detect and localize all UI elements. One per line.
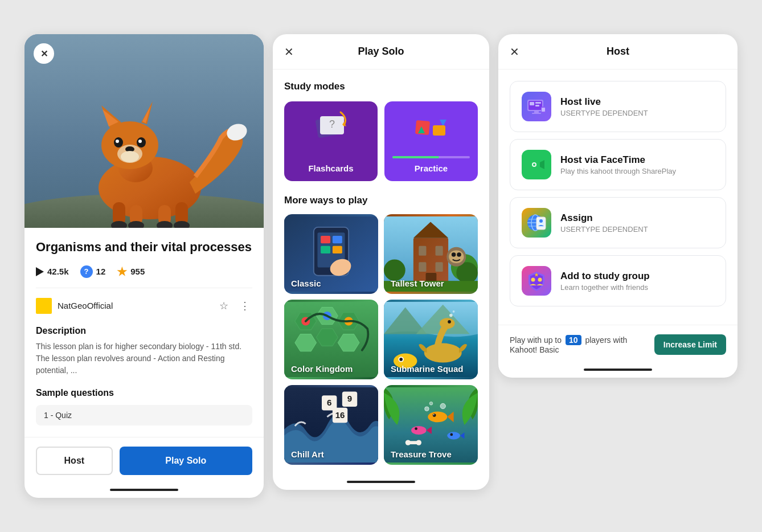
svg-rect-31	[433, 125, 445, 136]
description-section: Description This lesson plan is for high…	[36, 326, 252, 377]
study-group-text: Add to study group Learn together with f…	[560, 271, 650, 292]
svg-text:16: 16	[335, 410, 345, 420]
organism-title: Organisms and their vital processes	[36, 239, 252, 256]
svg-point-97	[425, 407, 429, 411]
svg-rect-49	[419, 262, 426, 272]
assign-icon	[522, 208, 551, 238]
practice-bar-fill	[392, 156, 439, 158]
svg-rect-111	[542, 108, 545, 112]
svg-point-89	[433, 414, 436, 417]
svg-point-22	[138, 140, 142, 143]
stars-stat: ★ 955	[117, 265, 145, 279]
svg-rect-36	[321, 236, 330, 243]
host-facetime-icon	[522, 150, 551, 179]
host-footer-text: Play with up to 10 players with Kahoot! …	[510, 335, 654, 354]
svg-rect-105	[530, 102, 534, 105]
svg-text:6: 6	[327, 398, 331, 407]
classic-label: Classic	[291, 279, 321, 288]
host-header: ✕ Host	[498, 34, 738, 69]
close-button-panel3[interactable]: ✕	[510, 45, 519, 59]
home-indicator	[110, 489, 178, 491]
assign-subtitle: USERTYPE DEPENDENT	[560, 225, 648, 234]
svg-rect-108	[534, 111, 539, 113]
practice-label: Practice	[415, 163, 448, 173]
host-facetime-subtitle: Play this kahoot through SharePlay	[560, 167, 676, 175]
svg-rect-109	[532, 113, 541, 114]
star-icon: ★	[117, 265, 127, 279]
more-options-button[interactable]: ⋮	[237, 297, 252, 314]
increase-limit-button[interactable]: Increase Limit	[654, 334, 726, 355]
svg-point-102	[416, 440, 421, 445]
sample-item: 1 - Quiz	[36, 405, 252, 425]
host-live-title: Host live	[560, 96, 648, 108]
svg-rect-47	[419, 246, 426, 256]
author-name: NatGeoOfficial	[58, 301, 113, 310]
submarine-label: Submarine Squad	[391, 364, 464, 374]
host-button[interactable]: Host	[36, 447, 113, 475]
play-icon	[36, 267, 44, 276]
favorite-button[interactable]: ☆	[217, 297, 231, 314]
games-grid: Classic	[284, 214, 478, 465]
svg-point-23	[121, 151, 139, 162]
screen-container: ✕ Organisms and their vital processes 42…	[24, 34, 738, 498]
natgeo-icon	[36, 298, 52, 314]
panel-organisms: ✕ Organisms and their vital processes 42…	[24, 34, 264, 498]
host-body: Host live USERTYPE DEPENDENT Host via Fa…	[498, 69, 738, 325]
players-badge: 10	[566, 335, 581, 345]
svg-point-73	[448, 320, 451, 324]
svg-rect-37	[333, 236, 342, 243]
study-group-option[interactable]: Add to study group Learn together with f…	[510, 255, 726, 306]
practice-card[interactable]: Practice	[384, 101, 478, 181]
home-indicator-2	[347, 481, 415, 483]
questions-stat: ? 12	[80, 265, 106, 278]
svg-point-93	[415, 427, 417, 430]
treasure-game-card[interactable]: Treasure Trove	[384, 385, 478, 465]
sample-section: Sample questions 1 - Quiz	[36, 388, 252, 425]
author-actions: ☆ ⋮	[217, 297, 252, 314]
study-modes-label: Study modes	[284, 81, 478, 92]
study-group-title: Add to study group	[560, 271, 650, 282]
flashcards-card[interactable]: ? Flashcards	[284, 101, 378, 181]
host-live-subtitle: USERTYPE DEPENDENT	[560, 109, 648, 117]
classic-game-card[interactable]: Classic	[284, 214, 378, 294]
svg-point-57	[457, 252, 461, 257]
svg-point-125	[538, 278, 542, 282]
svg-rect-48	[436, 246, 443, 256]
study-group-icon	[522, 266, 551, 296]
close-button-panel2[interactable]: ✕	[284, 45, 294, 59]
panel-play-solo: ✕ Play Solo Study modes ?	[273, 34, 489, 490]
play-solo-button[interactable]: Play Solo	[120, 447, 252, 475]
treasure-label: Treasure Trove	[391, 449, 452, 459]
svg-point-90	[433, 414, 435, 415]
close-button-panel1[interactable]: ✕	[34, 43, 54, 64]
flashcards-label: Flashcards	[308, 163, 353, 173]
submarine-game-card[interactable]: Submarine Squad	[384, 300, 478, 379]
svg-rect-106	[535, 102, 541, 104]
svg-point-76	[399, 358, 403, 361]
svg-marker-113	[540, 160, 544, 169]
svg-point-98	[429, 402, 433, 406]
svg-point-123	[539, 219, 543, 223]
more-ways-label: More ways to play	[284, 195, 478, 206]
study-group-subtitle: Learn together with friends	[560, 283, 650, 292]
svg-point-94	[447, 432, 460, 439]
host-live-text: Host live USERTYPE DEPENDENT	[560, 96, 648, 117]
svg-point-96	[450, 433, 453, 436]
fox-image: ✕	[24, 34, 264, 228]
svg-rect-50	[436, 262, 443, 272]
chillart-game-card[interactable]: 6 9 16 Chill Art	[284, 385, 378, 465]
kingdom-label: Color Kingdom	[291, 364, 353, 374]
host-live-option[interactable]: Host live USERTYPE DEPENDENT	[510, 81, 726, 132]
tower-game-card[interactable]: Tallest Tower	[384, 214, 478, 294]
host-facetime-option[interactable]: Host via FaceTime Play this kahoot throu…	[510, 139, 726, 190]
assign-title: Assign	[560, 212, 648, 224]
assign-option[interactable]: Assign USERTYPE DEPENDENT	[510, 197, 726, 248]
study-modes-row: ? Flashcards	[284, 101, 478, 181]
author-info: NatGeoOfficial	[36, 298, 113, 314]
practice-bar	[392, 156, 470, 158]
svg-point-72	[440, 318, 454, 329]
kingdom-game-card[interactable]: Color Kingdom	[284, 300, 378, 379]
svg-point-21	[116, 140, 119, 143]
svg-rect-38	[321, 246, 330, 253]
host-facetime-text: Host via FaceTime Play this kahoot throu…	[560, 154, 676, 175]
